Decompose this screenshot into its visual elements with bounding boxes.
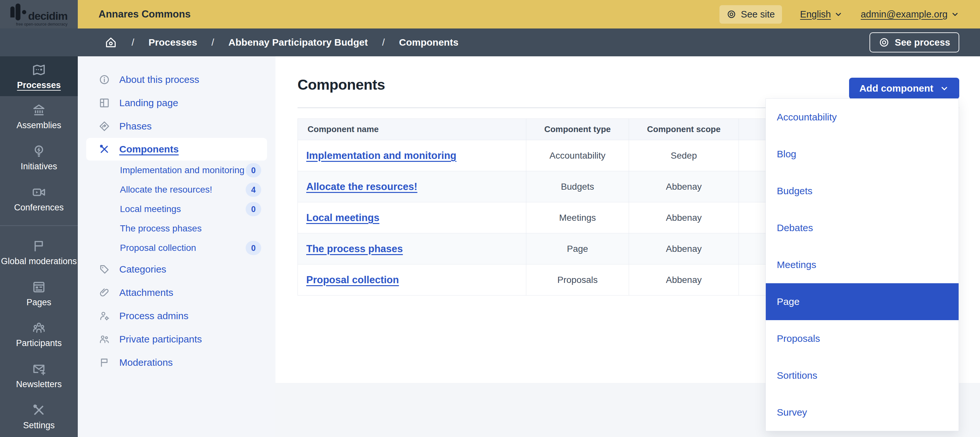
dropdown-option-sortitions[interactable]: Sortitions: [766, 357, 959, 394]
chevron-down-icon: [834, 10, 843, 19]
count-badge: 0: [246, 241, 261, 255]
breadcrumb: / Processes / Abbenay Participatory Budg…: [104, 36, 458, 49]
menu-item-phases[interactable]: Phases: [78, 115, 275, 138]
paperclip-icon: [99, 287, 110, 298]
info-icon: [99, 74, 110, 86]
count-badge: 4: [246, 182, 261, 197]
component-type: Meetings: [526, 202, 629, 233]
component-link-the-process-phases[interactable]: The process phases: [306, 243, 403, 255]
component-link-allocate-the-resources[interactable]: Allocate the resources!: [306, 181, 417, 192]
see-process-button[interactable]: See process: [870, 32, 959, 52]
chevron-down-icon: [940, 84, 949, 93]
menu-item-private-participants[interactable]: Private participants: [78, 328, 275, 351]
dropdown-option-meetings[interactable]: Meetings: [766, 246, 959, 283]
sidebar-item-assemblies[interactable]: Assemblies: [0, 96, 78, 137]
eye-icon: [727, 10, 736, 19]
lightbulb-icon: [32, 144, 46, 158]
video-camera-icon: [32, 185, 46, 200]
people-group-icon: [32, 320, 46, 336]
tools-icon: [99, 143, 110, 155]
chevron-down-icon: [951, 10, 959, 19]
count-badge: 0: [246, 163, 261, 177]
breadcrumb-bar: / Processes / Abbenay Participatory Budg…: [0, 28, 980, 56]
component-type: Proposals: [526, 264, 629, 296]
component-link-implementation-and-monitoring[interactable]: Implementation and monitoring: [306, 150, 456, 161]
component-scope: Abbenay: [629, 233, 739, 264]
add-component-button[interactable]: Add component: [849, 78, 959, 99]
breadcrumb-processes[interactable]: Processes: [148, 37, 197, 48]
component-link-proposal-collection[interactable]: Proposal collection: [306, 274, 399, 285]
phases-diamond-icon: [99, 120, 110, 132]
dropdown-option-proposals[interactable]: Proposals: [766, 320, 959, 357]
dropdown-option-page[interactable]: Page: [766, 283, 959, 320]
main-sidebar: Processes Assemblies Initiatives Confere…: [0, 56, 78, 437]
menu-subitem-local-meetings[interactable]: Local meetings 0: [78, 200, 275, 219]
menu-item-moderations[interactable]: Moderations: [78, 351, 275, 374]
language-label: English: [800, 9, 831, 20]
account-email: admin@example.org: [861, 9, 948, 20]
sidebar-item-initiatives[interactable]: Initiatives: [0, 137, 78, 178]
menu-subitem-the-process-phases[interactable]: The process phases: [78, 219, 275, 238]
account-menu[interactable]: admin@example.org: [861, 9, 959, 20]
decidim-logo[interactable]: decidim free open-source democracy: [0, 0, 78, 28]
menu-item-attachments[interactable]: Attachments: [78, 281, 275, 304]
mail-add-icon: [32, 362, 46, 377]
component-type: Page: [526, 233, 629, 264]
breadcrumb-separator: /: [382, 37, 385, 48]
two-users-icon: [99, 333, 110, 345]
dropdown-option-blog[interactable]: Blog: [766, 136, 959, 173]
menu-subitem-allocate-the-resources[interactable]: Allocate the resources! 4: [78, 180, 275, 200]
count-badge: 0: [246, 202, 261, 216]
sidebar-item-conferences[interactable]: Conferences: [0, 178, 78, 219]
see-process-label: See process: [895, 37, 950, 48]
language-selector[interactable]: English: [800, 9, 843, 20]
dropdown-option-accountability[interactable]: Accountability: [766, 99, 959, 136]
component-scope: Sedep: [629, 140, 739, 171]
dropdown-option-survey[interactable]: Survey: [766, 394, 959, 431]
column-header-component-name: Component name: [298, 119, 526, 140]
menu-item-landing-page[interactable]: Landing page: [78, 91, 275, 115]
component-scope: Abbenay: [629, 171, 739, 202]
column-header-component-scope: Component scope: [629, 119, 739, 140]
component-type: Accountability: [526, 140, 629, 171]
decidim-logo-mark-icon: [10, 3, 26, 21]
menu-subitem-implementation-and-monitoring[interactable]: Implementation and monitoring 0: [78, 161, 275, 180]
component-type: Budgets: [526, 171, 629, 202]
breadcrumb-components[interactable]: Components: [399, 37, 458, 48]
add-component-label: Add component: [859, 83, 933, 94]
dropdown-option-debates[interactable]: Debates: [766, 209, 959, 246]
flag-icon: [32, 239, 46, 253]
menu-subitem-proposal-collection[interactable]: Proposal collection 0: [78, 238, 275, 258]
assembly-building-icon: [32, 103, 46, 117]
see-site-button[interactable]: See site: [719, 5, 782, 24]
component-scope: Abbenay: [629, 264, 739, 296]
breadcrumb-process-name[interactable]: Abbenay Participatory Budget: [229, 37, 368, 48]
menu-item-categories[interactable]: Categories: [78, 258, 275, 281]
menu-item-about-this-process[interactable]: About this process: [78, 68, 275, 91]
menu-item-components[interactable]: Components: [86, 138, 267, 161]
sidebar-item-processes[interactable]: Processes: [0, 56, 78, 96]
sidebar-item-participants[interactable]: Participants: [0, 314, 78, 355]
top-bar: decidim free open-source democracy Annar…: [0, 0, 980, 28]
home-icon[interactable]: [104, 36, 117, 49]
sidebar-item-pages[interactable]: Pages: [0, 273, 78, 314]
page-layout-icon: [32, 280, 46, 294]
menu-item-process-admins[interactable]: Process admins: [78, 304, 275, 328]
map-icon: [32, 62, 46, 78]
eye-icon: [878, 37, 889, 48]
sidebar-item-settings[interactable]: Settings: [0, 396, 78, 437]
sidebar-item-newsletters[interactable]: Newsletters: [0, 355, 78, 396]
organization-name: Annares Commons: [99, 8, 191, 20]
component-link-local-meetings[interactable]: Local meetings: [306, 212, 380, 223]
sidebar-divider: [0, 225, 78, 226]
org-header-bar: Annares Commons See site English admin@e…: [78, 0, 980, 28]
component-scope: Abbenay: [629, 202, 739, 233]
see-site-label: See site: [741, 9, 775, 20]
breadcrumb-separator: /: [211, 37, 214, 48]
add-component-dropdown: Accountability Blog Budgets Debates Meet…: [765, 98, 959, 431]
sidebar-item-global-moderations[interactable]: Global moderations: [0, 232, 78, 273]
brand-name: decidim: [28, 12, 67, 21]
flag-icon: [99, 357, 110, 368]
brand-tagline: free open-source democracy: [16, 22, 67, 27]
dropdown-option-budgets[interactable]: Budgets: [766, 173, 959, 209]
